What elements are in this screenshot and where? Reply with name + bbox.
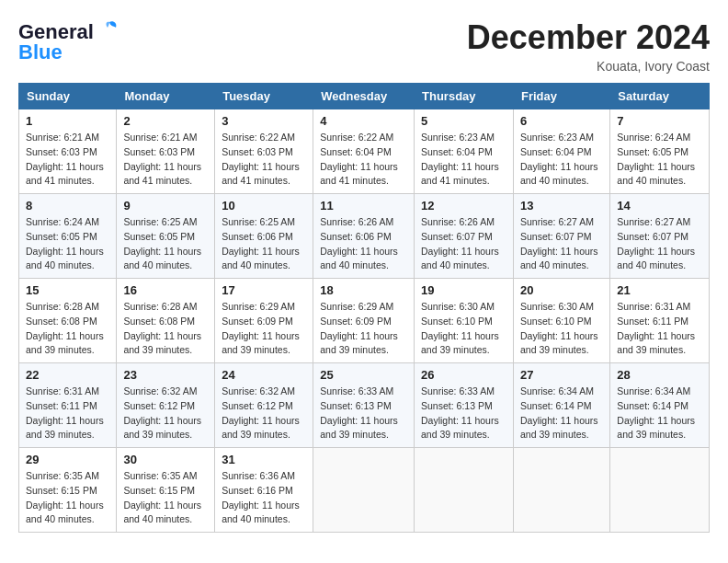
daylight-label: Daylight: 11 hours and 40 minutes.	[123, 246, 201, 271]
day-info: Sunrise: 6:24 AM Sunset: 6:05 PM Dayligh…	[26, 215, 109, 273]
day-number: 26	[421, 368, 506, 382]
day-number: 20	[520, 283, 603, 297]
sunrise-label: Sunrise: 6:26 AM	[421, 216, 495, 227]
calendar-cell: 31 Sunrise: 6:36 AM Sunset: 6:16 PM Dayl…	[215, 448, 313, 533]
day-number: 3	[222, 114, 306, 128]
day-number: 29	[26, 453, 109, 466]
day-info: Sunrise: 6:28 AM Sunset: 6:08 PM Dayligh…	[26, 300, 109, 358]
day-number: 11	[320, 199, 407, 213]
sunset-label: Sunset: 6:04 PM	[320, 146, 392, 157]
sunrise-label: Sunrise: 6:27 AM	[520, 216, 594, 227]
daylight-label: Daylight: 11 hours and 39 minutes.	[222, 415, 300, 441]
calendar-cell	[513, 448, 609, 533]
daylight-label: Daylight: 11 hours and 39 minutes.	[123, 330, 201, 356]
sunset-label: Sunset: 6:14 PM	[520, 400, 592, 411]
sunset-label: Sunset: 6:03 PM	[222, 146, 293, 157]
day-info: Sunrise: 6:32 AM Sunset: 6:12 PM Dayligh…	[123, 385, 208, 442]
day-info: Sunrise: 6:29 AM Sunset: 6:09 PM Dayligh…	[222, 300, 306, 358]
day-number: 28	[617, 368, 702, 382]
day-number: 19	[421, 283, 506, 297]
daylight-label: Daylight: 11 hours and 39 minutes.	[222, 330, 300, 356]
day-info: Sunrise: 6:30 AM Sunset: 6:10 PM Dayligh…	[520, 300, 603, 358]
calendar-header-row: SundayMondayTuesdayWednesdayThursdayFrid…	[19, 84, 710, 109]
day-info: Sunrise: 6:33 AM Sunset: 6:13 PM Dayligh…	[320, 385, 407, 442]
daylight-label: Daylight: 11 hours and 39 minutes.	[320, 330, 398, 356]
sunset-label: Sunset: 6:09 PM	[222, 316, 293, 327]
sunrise-label: Sunrise: 6:34 AM	[520, 385, 594, 396]
day-number: 15	[26, 283, 109, 297]
day-number: 2	[123, 114, 208, 128]
sunset-label: Sunset: 6:10 PM	[421, 316, 493, 327]
day-number: 8	[26, 199, 109, 213]
col-header-sunday: Sunday	[19, 84, 117, 109]
sunset-label: Sunset: 6:07 PM	[421, 231, 493, 242]
day-number: 18	[320, 283, 407, 297]
daylight-label: Daylight: 11 hours and 39 minutes.	[320, 415, 398, 441]
day-info: Sunrise: 6:21 AM Sunset: 6:03 PM Dayligh…	[123, 131, 208, 189]
calendar-cell: 25 Sunrise: 6:33 AM Sunset: 6:13 PM Dayl…	[313, 363, 415, 448]
sunrise-label: Sunrise: 6:28 AM	[26, 301, 99, 312]
daylight-label: Daylight: 11 hours and 39 minutes.	[520, 330, 598, 356]
calendar-cell: 26 Sunrise: 6:33 AM Sunset: 6:13 PM Dayl…	[415, 363, 514, 448]
sunrise-label: Sunrise: 6:24 AM	[26, 216, 99, 227]
day-number: 25	[320, 368, 407, 382]
col-header-wednesday: Wednesday	[313, 84, 415, 109]
daylight-label: Daylight: 11 hours and 41 minutes.	[123, 161, 201, 187]
day-number: 16	[123, 283, 208, 297]
sunset-label: Sunset: 6:13 PM	[320, 400, 392, 411]
day-number: 6	[520, 114, 603, 128]
sunrise-label: Sunrise: 6:29 AM	[222, 301, 295, 312]
calendar-week-row: 1 Sunrise: 6:21 AM Sunset: 6:03 PM Dayli…	[19, 109, 710, 194]
day-info: Sunrise: 6:31 AM Sunset: 6:11 PM Dayligh…	[617, 300, 702, 358]
calendar-week-row: 29 Sunrise: 6:35 AM Sunset: 6:15 PM Dayl…	[19, 448, 710, 533]
sunrise-label: Sunrise: 6:30 AM	[421, 301, 495, 312]
sunrise-label: Sunrise: 6:25 AM	[123, 216, 197, 227]
sunrise-label: Sunrise: 6:21 AM	[123, 132, 197, 143]
calendar-cell: 13 Sunrise: 6:27 AM Sunset: 6:07 PM Dayl…	[513, 194, 609, 279]
sunrise-label: Sunrise: 6:32 AM	[123, 385, 197, 396]
sunrise-label: Sunrise: 6:33 AM	[421, 385, 495, 396]
daylight-label: Daylight: 11 hours and 39 minutes.	[421, 330, 499, 356]
day-number: 27	[520, 368, 603, 382]
daylight-label: Daylight: 11 hours and 40 minutes.	[26, 246, 104, 271]
daylight-label: Daylight: 11 hours and 39 minutes.	[617, 330, 695, 356]
sunrise-label: Sunrise: 6:29 AM	[320, 301, 393, 312]
sunset-label: Sunset: 6:05 PM	[123, 231, 195, 242]
daylight-label: Daylight: 11 hours and 39 minutes.	[421, 415, 499, 441]
daylight-label: Daylight: 11 hours and 40 minutes.	[520, 246, 598, 271]
sunrise-label: Sunrise: 6:33 AM	[320, 385, 393, 396]
calendar-week-row: 8 Sunrise: 6:24 AM Sunset: 6:05 PM Dayli…	[19, 194, 710, 279]
day-info: Sunrise: 6:31 AM Sunset: 6:11 PM Dayligh…	[26, 385, 109, 442]
daylight-label: Daylight: 11 hours and 39 minutes.	[123, 415, 201, 441]
sunrise-label: Sunrise: 6:30 AM	[520, 301, 594, 312]
day-info: Sunrise: 6:35 AM Sunset: 6:15 PM Dayligh…	[26, 469, 109, 527]
daylight-label: Daylight: 11 hours and 40 minutes.	[26, 500, 104, 525]
calendar-cell: 21 Sunrise: 6:31 AM Sunset: 6:11 PM Dayl…	[610, 279, 710, 363]
sunrise-label: Sunrise: 6:23 AM	[520, 132, 594, 143]
month-title: December 2024	[467, 18, 710, 57]
sunrise-label: Sunrise: 6:31 AM	[26, 385, 99, 396]
sunrise-label: Sunrise: 6:34 AM	[617, 385, 690, 396]
sunset-label: Sunset: 6:07 PM	[520, 231, 592, 242]
daylight-label: Daylight: 11 hours and 41 minutes.	[26, 161, 104, 187]
day-info: Sunrise: 6:32 AM Sunset: 6:12 PM Dayligh…	[222, 385, 306, 442]
sunrise-label: Sunrise: 6:21 AM	[26, 132, 99, 143]
day-info: Sunrise: 6:23 AM Sunset: 6:04 PM Dayligh…	[421, 131, 506, 189]
day-info: Sunrise: 6:21 AM Sunset: 6:03 PM Dayligh…	[26, 131, 109, 189]
sunrise-label: Sunrise: 6:22 AM	[222, 132, 295, 143]
calendar-cell: 7 Sunrise: 6:24 AM Sunset: 6:05 PM Dayli…	[610, 109, 710, 194]
location: Kouata, Ivory Coast	[467, 59, 710, 74]
daylight-label: Daylight: 11 hours and 39 minutes.	[26, 330, 104, 356]
day-info: Sunrise: 6:29 AM Sunset: 6:09 PM Dayligh…	[320, 300, 407, 358]
calendar-cell: 29 Sunrise: 6:35 AM Sunset: 6:15 PM Dayl…	[19, 448, 117, 533]
day-number: 5	[421, 114, 506, 128]
sunrise-label: Sunrise: 6:31 AM	[617, 301, 690, 312]
col-header-monday: Monday	[117, 84, 215, 109]
calendar-cell: 15 Sunrise: 6:28 AM Sunset: 6:08 PM Dayl…	[19, 279, 117, 363]
sunrise-label: Sunrise: 6:23 AM	[421, 132, 495, 143]
calendar-cell: 24 Sunrise: 6:32 AM Sunset: 6:12 PM Dayl…	[215, 363, 313, 448]
sunrise-label: Sunrise: 6:26 AM	[320, 216, 393, 227]
sunset-label: Sunset: 6:03 PM	[26, 146, 97, 157]
day-number: 22	[26, 368, 109, 382]
day-number: 14	[617, 199, 702, 213]
